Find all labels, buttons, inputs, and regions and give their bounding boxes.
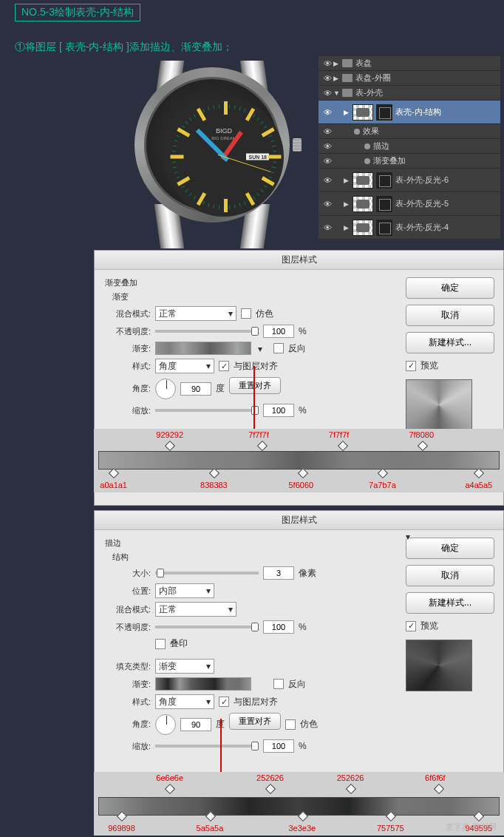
gradient-preview[interactable] xyxy=(155,342,251,355)
layer-label: 表-外壳 xyxy=(355,87,383,98)
layer-row[interactable]: 👁效果 xyxy=(319,124,500,139)
gradient-stop[interactable] xyxy=(211,470,218,478)
hex-label: 7a7b7a xyxy=(369,481,396,489)
visibility-icon[interactable]: 👁 xyxy=(321,157,333,166)
layer-label: 渐变叠加 xyxy=(373,155,406,166)
opacity-slider[interactable] xyxy=(155,626,259,628)
layer-row[interactable]: 👁描边 xyxy=(319,139,500,154)
angle-dial[interactable] xyxy=(155,379,176,399)
gradient-strip-2: 6e6e6e2526262526266f6f6f9698985a5a5a3e3e… xyxy=(94,772,504,836)
layer-row[interactable]: 👁▶表盘 xyxy=(319,56,500,71)
angle-dial[interactable] xyxy=(155,714,176,735)
gradient-stop[interactable] xyxy=(207,813,214,821)
scale-input[interactable] xyxy=(263,739,294,753)
visibility-icon[interactable]: 👁 xyxy=(321,142,333,151)
dither-checkbox[interactable] xyxy=(285,719,296,730)
layers-panel[interactable]: 👁▶表盘👁▶表盘-外圈👁▼表-外壳👁▶表壳-内-结构👁效果👁描边👁渐变叠加👁▶表… xyxy=(319,56,500,240)
crown xyxy=(293,138,302,152)
cancel-button[interactable]: 取消 xyxy=(406,305,494,326)
layer-label: 表-外壳-反光-4 xyxy=(395,222,449,233)
gradient-stop[interactable] xyxy=(387,813,395,821)
layer-thumb xyxy=(353,104,373,121)
overprint-checkbox[interactable] xyxy=(155,639,166,649)
visibility-icon[interactable]: 👁 xyxy=(321,89,333,98)
size-input[interactable] xyxy=(263,566,294,580)
gradient-stop[interactable] xyxy=(299,813,307,821)
opacity-slider[interactable] xyxy=(155,330,259,333)
new-style-button[interactable]: 新建样式... xyxy=(406,332,494,353)
style-preview xyxy=(406,640,472,691)
gradient-stop[interactable] xyxy=(118,813,126,821)
style-select[interactable]: 角度 xyxy=(155,694,214,709)
gradient-stop[interactable] xyxy=(379,470,386,478)
gradient-stop[interactable] xyxy=(475,470,483,478)
angle-input[interactable] xyxy=(180,382,211,396)
opacity-input[interactable] xyxy=(263,325,294,338)
visibility-icon[interactable]: 👁 xyxy=(321,108,333,117)
hex-label: a0a1a1 xyxy=(100,481,127,489)
scale-slider[interactable] xyxy=(155,745,259,748)
layer-row[interactable]: 👁▶表盘-外圈 xyxy=(319,71,500,86)
gradient-stop[interactable] xyxy=(166,785,174,794)
mask-thumb xyxy=(376,196,392,212)
ok-button[interactable]: 确定 xyxy=(406,277,494,299)
layer-row[interactable]: 👁▶表壳-内-结构 xyxy=(319,101,500,124)
layer-thumb xyxy=(353,172,373,189)
reset-align-button[interactable]: 重置对齐 xyxy=(229,377,281,394)
blend-mode-select[interactable]: 正常 xyxy=(155,306,236,321)
mask-thumb xyxy=(376,172,392,189)
visibility-icon[interactable]: 👁 xyxy=(321,176,333,185)
layer-label: 表-外壳-反光-5 xyxy=(395,198,449,209)
dither-checkbox[interactable] xyxy=(241,308,251,319)
layer-row[interactable]: 👁▶表-外壳-反光-5 xyxy=(319,192,500,216)
preview-checkbox[interactable] xyxy=(406,621,416,631)
mask-thumb xyxy=(376,104,392,121)
visibility-icon[interactable]: 👁 xyxy=(321,127,333,136)
visibility-icon[interactable]: 👁 xyxy=(321,223,333,232)
align-checkbox[interactable] xyxy=(219,361,229,371)
gradient-stop[interactable] xyxy=(299,470,307,478)
gradient-stop[interactable] xyxy=(347,785,355,794)
visibility-icon[interactable]: 👁 xyxy=(321,200,333,209)
new-style-button[interactable]: 新建样式... xyxy=(406,592,494,614)
gradient-stop[interactable] xyxy=(475,813,483,821)
reverse-checkbox[interactable] xyxy=(273,679,284,689)
gradient-stop[interactable] xyxy=(166,442,174,451)
hex-label: 929292 xyxy=(156,430,183,439)
layer-label: 表盘 xyxy=(355,58,372,69)
folder-icon xyxy=(342,59,353,67)
gradient-stop[interactable] xyxy=(435,785,443,794)
angle-input[interactable] xyxy=(180,718,211,731)
gradient-stop[interactable] xyxy=(267,785,274,794)
gradient-stop[interactable] xyxy=(419,442,426,451)
reverse-checkbox[interactable] xyxy=(273,343,284,353)
hex-label: 6e6e6e xyxy=(156,773,183,782)
blend-mode-select[interactable]: 正常 xyxy=(155,602,236,617)
scale-input[interactable] xyxy=(263,404,294,417)
layer-thumb xyxy=(353,220,373,236)
gradient-stop[interactable] xyxy=(339,442,347,451)
visibility-icon[interactable]: 👁 xyxy=(321,74,333,83)
layer-row[interactable]: 👁▶表-外壳-反光-6 xyxy=(319,169,500,192)
layer-row[interactable]: 👁渐变叠加 xyxy=(319,154,500,169)
gradient-stop[interactable] xyxy=(259,442,266,451)
size-slider[interactable] xyxy=(155,572,259,575)
preview-checkbox[interactable] xyxy=(406,361,416,371)
fill-type-select[interactable]: 渐变 xyxy=(155,659,214,674)
hex-label: 7f7f7f xyxy=(329,430,350,439)
reset-align-button[interactable]: 重置对齐 xyxy=(229,713,281,730)
scale-slider[interactable] xyxy=(155,409,259,412)
opacity-input[interactable] xyxy=(263,620,294,634)
style-select[interactable]: 角度 xyxy=(155,359,214,373)
gradient-preview[interactable] xyxy=(155,677,251,691)
cancel-button[interactable]: 取消 xyxy=(406,565,494,586)
position-select[interactable]: 内部 xyxy=(155,583,214,598)
mask-thumb xyxy=(376,220,392,236)
align-checkbox[interactable] xyxy=(219,697,229,707)
gradient-stop[interactable] xyxy=(110,470,118,478)
layer-row[interactable]: 👁▼表-外壳 xyxy=(319,86,500,101)
ok-button[interactable]: 确定 xyxy=(406,538,494,559)
visibility-icon[interactable]: 👁 xyxy=(321,59,333,68)
layer-row[interactable]: 👁▶表-外壳-反光-4 xyxy=(319,216,500,240)
hex-label: a4a5a5 xyxy=(465,481,492,489)
